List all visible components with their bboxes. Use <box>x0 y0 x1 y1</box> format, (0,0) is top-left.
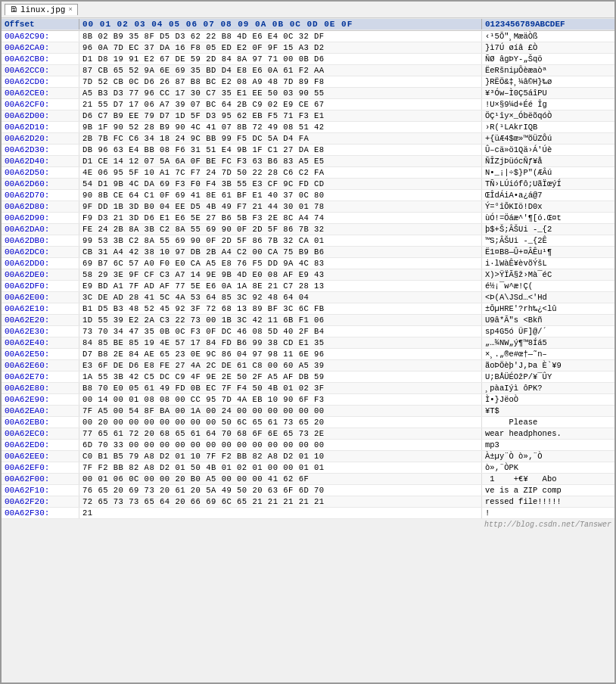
row-ascii-cell: ò»‚¨ÒPK <box>482 462 614 473</box>
main-window: 🖺 linux.jpg × Offset 00 01 02 03 04 05 0… <box>0 0 616 684</box>
row-hex-cell: 1D 55 39 E2 2A C3 22 73 00 1B 3C 42 11 6… <box>79 315 482 325</box>
title-bar: 🖺 linux.jpg × <box>2 2 614 18</box>
row-offset-cell: 00A62CA0: <box>2 42 79 53</box>
row-ascii-cell: U9â*Ã"s <Bkñ <box>482 315 614 325</box>
row-offset-cell: 00A62E30: <box>2 326 79 337</box>
row-offset-cell: 00A62DF0: <box>2 281 79 291</box>
row-ascii-cell: ËeRšniµÔèæaòª <box>482 65 614 76</box>
title-bar-left: 🖺 linux.jpg × <box>5 4 78 15</box>
row-ascii-cell: ! <box>482 508 614 518</box>
row-ascii-cell: Please <box>482 417 614 428</box>
row-hex-cell: 99 53 3B C2 8A 55 69 90 0F 2D 5F 86 7B 3… <box>79 235 482 246</box>
row-offset-cell: 00A62E90: <box>2 394 79 405</box>
row-hex-cell: 84 85 BE 85 19 4E 57 17 84 FD B6 99 38 C… <box>79 337 482 348</box>
table-row: 00A62E30:73 70 34 47 35 0B 0C F3 0F DC 4… <box>2 326 614 337</box>
row-ascii-cell: ressed file!!!!! <box>482 496 614 507</box>
row-offset-cell: 00A62D20: <box>2 133 79 144</box>
row-hex-cell: 6D 70 33 00 00 00 00 00 00 00 00 00 00 0… <box>79 440 482 450</box>
row-ascii-cell: }RËÖ&‡¸¼â©H}‰ø <box>482 76 614 87</box>
row-ascii-cell: X)>ŸÏÃ§ž›Mà¯éC <box>482 269 614 280</box>
table-row: 00A62CE0:A5 B3 D3 77 96 CC 17 30 C7 35 E… <box>2 88 614 99</box>
row-ascii-cell: 1 +€¥ Abo <box>482 474 614 484</box>
row-hex-cell: 90 8B CE 64 C1 0F 69 41 8E 61 BF E1 40 3… <box>79 190 482 201</box>
row-ascii-cell: ãoÞÖèþ'J,Þa È`¥9 <box>482 360 614 371</box>
table-row: 00A62EF0:7F F2 BB 82 A8 D2 01 50 4B 01 0… <box>2 462 614 474</box>
table-row: 00A62CA0:96 0A 7D EC 37 DA 16 F8 05 ED E… <box>2 42 614 54</box>
row-offset-cell: 00A62D00: <box>2 110 79 121</box>
header-hex: 00 01 02 03 04 05 06 07 08 09 0A 0B 0C 0… <box>79 19 482 30</box>
row-ascii-cell: TÑ›LÚiófô;UãÏœýÍ <box>482 179 614 189</box>
row-ascii-cell: !U×§9¼d+Éé Îg <box>482 99 614 110</box>
row-offset-cell: 00A62E50: <box>2 349 79 359</box>
row-hex-cell: C0 B1 B5 79 A8 D2 01 10 7F F2 BB 82 A8 D… <box>79 451 482 462</box>
row-hex-cell: 96 0A 7D EC 37 DA 16 F8 05 ED E2 0F 9F 1… <box>79 42 482 53</box>
row-ascii-cell: „…¾NW„ý¶™8Íá5 <box>482 337 614 348</box>
table-row: 00A62DF0:E9 BD A1 7F AD AF 77 5E E6 0A 1… <box>2 281 614 292</box>
row-ascii-cell: ™S;ÂŠUi -_{2Ê <box>482 235 614 246</box>
table-row: 00A62E20:1D 55 39 E2 2A C3 22 73 00 1B 3… <box>2 315 614 326</box>
table-row: 00A62DB0:99 53 3B C2 8A 55 69 90 0F 2D 5… <box>2 235 614 247</box>
row-offset-cell: 00A62DC0: <box>2 247 79 257</box>
row-ascii-cell: ×¸.„®e#œ†—˜n– <box>482 349 614 359</box>
table-row: 00A62D40:D1 CE 14 12 07 5A 6A 0F BE FC F… <box>2 156 614 167</box>
row-hex-cell: D1 D8 19 91 E2 67 DE 59 2D 84 8A 97 71 0… <box>79 54 482 64</box>
row-ascii-cell: ¸pàaIýì ôPK? <box>482 383 614 393</box>
table-row: 00A62EB0:00 20 00 00 00 00 00 00 00 50 6… <box>2 417 614 428</box>
row-hex-cell: 54 D1 9B 4C DA 69 F3 F0 F4 3B 55 E3 CF 9… <box>79 179 482 189</box>
row-hex-cell: 73 70 34 47 35 0B 0C F3 0F DC 46 08 5D 4… <box>79 326 482 337</box>
row-ascii-cell: wear headphones. <box>482 428 614 439</box>
table-row: 00A62ED0:6D 70 33 00 00 00 00 00 00 00 0… <box>2 440 614 451</box>
row-hex-cell: 72 65 73 73 65 64 20 66 69 6C 65 21 21 2… <box>79 496 482 507</box>
table-row: 00A62F30:21! <box>2 508 614 519</box>
row-offset-cell: 00A62E70: <box>2 372 79 382</box>
table-row: 00A62EA0:7F A5 00 54 8F BA 00 1A 00 24 0… <box>2 406 614 417</box>
row-offset-cell: 00A62D10: <box>2 122 79 132</box>
row-offset-cell: 00A62E80: <box>2 383 79 393</box>
row-hex-cell: D6 C7 B9 EE 79 D7 1D 5F D3 95 62 EB F5 7… <box>79 110 482 121</box>
row-offset-cell: 00A62EB0: <box>2 417 79 428</box>
row-hex-cell: D1 CE 14 12 07 5A 6A 0F BE FC F3 63 B6 8… <box>79 156 482 166</box>
row-hex-cell: 76 65 20 69 73 20 61 20 5A 49 50 20 63 6… <box>79 485 482 496</box>
row-ascii-cell: ±ÕµHRE'?rh‰¿<lû <box>482 303 614 314</box>
table-row: 00A62D20:2B 7B FC C6 34 18 24 9C BB 99 F… <box>2 133 614 145</box>
row-offset-cell: 00A62DA0: <box>2 224 79 235</box>
row-offset-cell: 00A62CD0: <box>2 76 79 87</box>
row-offset-cell: 00A62D30: <box>2 145 79 155</box>
table-row: 00A62DA0:FE 24 2B 8A 3B C2 8A 55 69 90 0… <box>2 224 614 235</box>
row-offset-cell: 00A62EA0: <box>2 406 79 416</box>
row-ascii-cell: i·lWàÊ¥èvõÝšL <box>482 258 614 269</box>
table-row: 00A62E40:84 85 BE 85 19 4E 57 17 84 FD B… <box>2 337 614 349</box>
row-hex-cell: 8B 02 B9 35 8F D5 D3 62 22 B8 4D E6 E4 0… <box>79 31 482 42</box>
row-ascii-cell: }ì7Ú øíâ £Ò <box>482 42 614 53</box>
row-hex-cell: CB 31 A4 42 38 10 97 DB 2B A4 C2 00 CA 7… <box>79 247 482 257</box>
row-ascii-cell: ve is a ZIP comp <box>482 485 614 496</box>
row-ascii-cell: þ$+Š;ÂŠUi -_{2 <box>482 224 614 235</box>
table-row: 00A62CD0:7D 52 CB 0C D6 26 87 B8 BC E2 0… <box>2 76 614 88</box>
row-ascii-cell: ùÓ!=Öáæ^'¶[ó.Œ¤t <box>482 213 614 223</box>
header-offset: Offset <box>2 19 79 30</box>
row-ascii-cell: ¥T$ <box>482 406 614 416</box>
row-ascii-cell: ÖÇ¹îy×_ÓbëõqóÒ <box>482 110 614 121</box>
row-offset-cell: 00A62E40: <box>2 337 79 348</box>
row-offset-cell: 00A62E60: <box>2 360 79 371</box>
table-row: 00A62D90:F9 D3 21 3D D6 E1 E6 5E 27 B6 5… <box>2 213 614 224</box>
row-ascii-cell: ÑÎZjÞüócÑƒ¥å <box>482 156 614 166</box>
row-hex-cell: 58 29 3E 9F CF C3 A7 14 9E 9B 4D E0 08 A… <box>79 269 482 280</box>
row-offset-cell: 00A62DB0: <box>2 235 79 246</box>
file-tab[interactable]: 🖺 linux.jpg × <box>5 4 78 15</box>
table-row: 00A62E70:1A 55 3B 42 C5 DC C9 4F 9E 2E 5… <box>2 372 614 383</box>
row-hex-cell: 21 <box>79 508 482 518</box>
row-hex-cell: 2B 7B FC C6 34 18 24 9C BB 99 F5 DC 5A D… <box>79 133 482 144</box>
row-hex-cell: 00 20 00 00 00 00 00 00 00 50 6C 65 61 7… <box>79 417 482 428</box>
row-offset-cell: 00A62CF0: <box>2 99 79 110</box>
row-hex-cell: 69 B7 6C 57 A0 F0 E0 CA A5 E8 76 F5 DD 9… <box>79 258 482 269</box>
hex-rows: 00A62C90:8B 02 B9 35 8F D5 D3 62 22 B8 4… <box>2 31 614 519</box>
hex-header: Offset 00 01 02 03 04 05 06 07 08 09 0A … <box>2 18 614 31</box>
row-ascii-cell: À±µy¨Ò ò»‚¨Ò <box>482 451 614 462</box>
row-offset-cell: 00A62DE0: <box>2 269 79 280</box>
row-ascii-cell: +{üÆ4$œ»™õÜZÔú <box>482 133 614 144</box>
hex-viewer: Offset 00 01 02 03 04 05 06 07 08 09 0A … <box>2 18 614 519</box>
row-offset-cell: 00A62D50: <box>2 167 79 178</box>
row-hex-cell: 1A 55 3B 42 C5 DC C9 4F 9E 2E 50 2F A5 A… <box>79 372 482 382</box>
close-tab-button[interactable]: × <box>68 6 72 14</box>
